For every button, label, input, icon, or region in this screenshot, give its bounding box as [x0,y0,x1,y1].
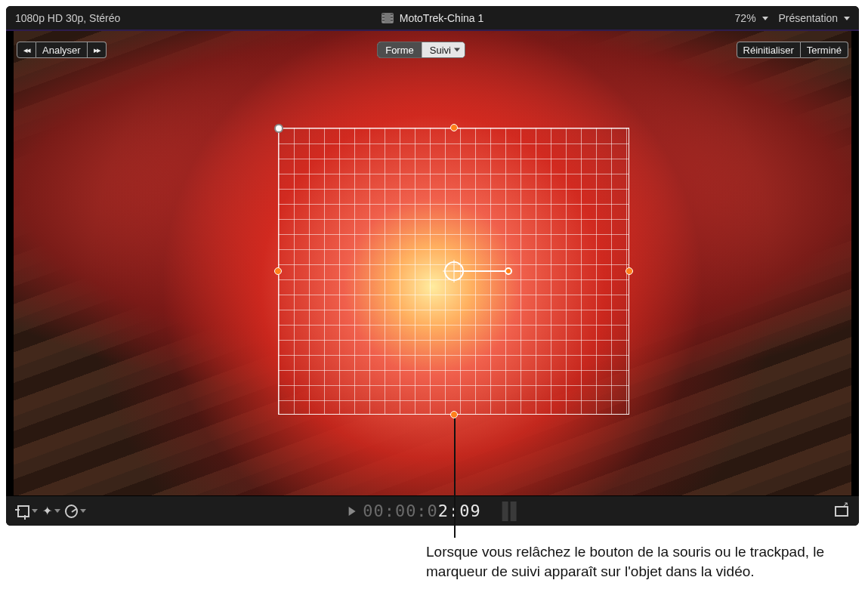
fullscreen-button[interactable] [835,506,848,517]
tracking-offset-handle[interactable] [505,267,512,275]
top-info-bar: 1080p HD 30p, Stéréo MotoTrek-China 1 72… [6,6,859,31]
viewer-overlay-toolbar: ◂◂ Analyser ▸▸ Forme Suivi Réinitialiser… [17,42,848,58]
done-button[interactable]: Terminé [801,42,848,58]
reset-button[interactable]: Réinitialiser [737,42,801,58]
zoom-value: 72% [735,12,756,24]
presentation-label: Présentation [779,12,839,24]
callout-leader-line [454,414,456,538]
gauge-icon [65,505,78,518]
magic-wand-icon: ✦ [42,504,52,518]
chevron-down-icon [80,509,86,513]
analyze-back-button[interactable]: ◂◂ [17,42,36,58]
enhance-tool-dropdown[interactable]: ✦ [41,502,62,520]
chevron-down-icon [32,509,38,513]
audio-meter-icon [502,501,517,521]
timecode-value: 2:09 [438,501,481,520]
transform-icon [17,505,29,517]
chevron-down-icon [844,17,850,20]
analyze-button[interactable]: Analyser [36,42,88,58]
filmstrip-icon [381,13,394,23]
shape-tracking-segmented: Forme Suivi [377,42,465,58]
fast-forward-icon: ▸▸ [94,45,100,55]
handle-middle-left[interactable] [274,267,282,275]
presentation-dropdown[interactable]: Présentation [779,12,851,24]
callout-text: Lorsque vous relâchez le bouton de la so… [426,542,834,581]
playback-controls: 00:00:02:09 [348,501,517,521]
chevron-down-icon [54,509,60,513]
timecode-prefix: 00:00:0 [363,501,438,520]
analyze-group: ◂◂ Analyser ▸▸ [17,42,107,58]
handle-top-left[interactable] [274,124,283,133]
reset-done-group: Réinitialiser Terminé [737,42,848,58]
viewer-window: 1080p HD 30p, Stéréo MotoTrek-China 1 72… [6,6,859,526]
handle-top-middle[interactable] [450,124,458,131]
shape-segment[interactable]: Forme [378,42,422,57]
chevron-down-icon [762,17,768,20]
analyze-forward-button[interactable]: ▸▸ [88,42,107,58]
tracking-offset-line [454,270,508,272]
zoom-dropdown[interactable]: 72% [735,12,768,24]
viewer-canvas[interactable]: ◂◂ Analyser ▸▸ Forme Suivi Réinitialiser… [6,31,859,495]
viewer-bottom-bar: ✦ 00:00:02:09 [6,495,859,526]
handle-middle-right[interactable] [626,267,633,275]
format-label: 1080p HD 30p, Stéréo [15,12,120,24]
retime-tool-dropdown[interactable] [65,502,86,520]
tracking-grid[interactable] [278,128,629,415]
transform-tool-dropdown[interactable] [17,502,38,520]
timecode-display[interactable]: 00:00:02:09 [363,501,481,520]
clip-title: MotoTrek-China 1 [400,12,484,24]
tracking-segment-dropdown[interactable]: Suivi [422,42,465,57]
rewind-icon: ◂◂ [23,45,29,55]
handle-bottom-middle[interactable] [450,411,458,418]
play-button[interactable] [348,507,355,516]
